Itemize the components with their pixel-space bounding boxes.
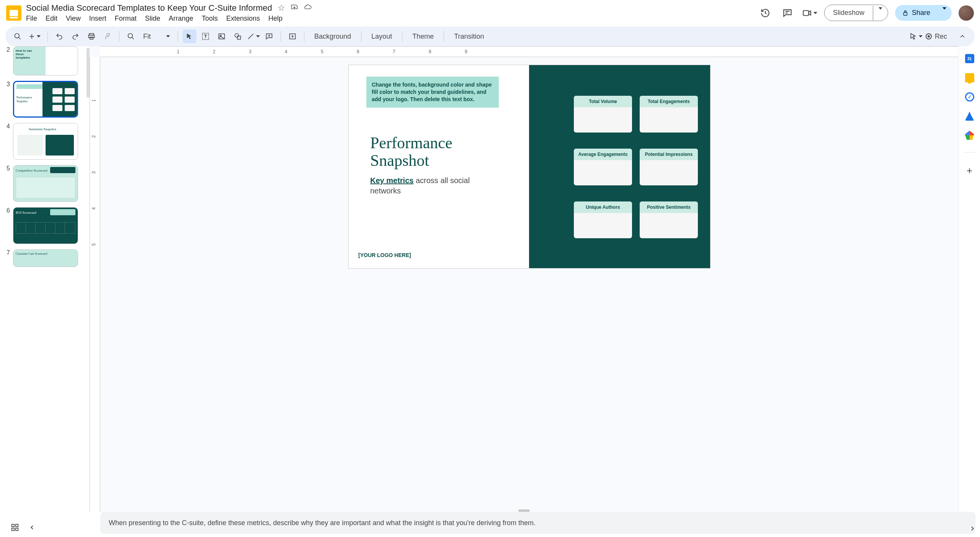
svg-point-6 bbox=[128, 34, 133, 38]
slide-canvas[interactable]: Change the fonts, background color and s… bbox=[348, 65, 710, 268]
header: Social Media Scorecard Templates to Keep… bbox=[0, 0, 980, 23]
record-label[interactable]: Rec bbox=[935, 33, 947, 41]
speaker-notes[interactable]: When presenting to the C-suite, define t… bbox=[100, 512, 975, 534]
history-icon[interactable] bbox=[758, 5, 773, 21]
new-slide-button[interactable]: + bbox=[27, 29, 43, 43]
titlebar: Social Media Scorecard Templates to Keep… bbox=[26, 3, 753, 23]
card-total-engagements[interactable]: Total Engagements bbox=[640, 96, 698, 133]
horizontal-ruler[interactable]: 1 2 3 4 5 6 7 8 9 bbox=[100, 46, 959, 57]
cloud-icon[interactable] bbox=[304, 3, 312, 13]
theme-button[interactable]: Theme bbox=[407, 33, 439, 41]
canvas: 1 2 3 4 5 6 7 8 9 1 2 3 4 5 Change the f… bbox=[90, 46, 959, 512]
star-icon[interactable]: ☆ bbox=[278, 3, 285, 13]
textbox-tool[interactable] bbox=[199, 29, 212, 43]
shape-tool[interactable] bbox=[231, 29, 245, 43]
slide-number: 2 bbox=[5, 46, 10, 53]
menu-edit[interactable]: Edit bbox=[46, 15, 57, 23]
svg-point-2 bbox=[15, 34, 20, 38]
record-icon[interactable] bbox=[926, 33, 932, 39]
slide-title[interactable]: PerformanceSnapshot bbox=[370, 134, 452, 169]
menu-format[interactable]: Format bbox=[115, 15, 137, 23]
undo-button[interactable] bbox=[52, 29, 66, 43]
comments-icon[interactable] bbox=[780, 5, 795, 21]
side-panel: + bbox=[959, 46, 980, 512]
line-tool[interactable] bbox=[247, 29, 260, 43]
chevron-down-icon bbox=[813, 12, 817, 14]
menu-tools[interactable]: Tools bbox=[202, 15, 218, 23]
menu-extensions[interactable]: Extensions bbox=[226, 15, 260, 23]
svg-rect-0 bbox=[803, 10, 808, 15]
avatar[interactable] bbox=[959, 5, 974, 21]
filmstrip[interactable]: 2 How to use these templates 3 Performan… bbox=[0, 46, 90, 512]
slideshow-button[interactable]: Slideshow bbox=[824, 5, 888, 21]
vertical-ruler[interactable]: 1 2 3 4 5 bbox=[90, 57, 100, 512]
move-icon[interactable] bbox=[291, 3, 298, 13]
svg-rect-1 bbox=[903, 12, 907, 15]
pointer-icon[interactable] bbox=[910, 29, 923, 43]
paint-format-button[interactable] bbox=[101, 29, 114, 43]
transition-button[interactable]: Transition bbox=[449, 33, 489, 41]
slide-number: 4 bbox=[5, 123, 10, 130]
menu-file[interactable]: File bbox=[26, 15, 37, 23]
addons-plus-icon[interactable]: + bbox=[967, 165, 972, 177]
notes-resize-handle[interactable] bbox=[518, 509, 530, 512]
slide-thumb-6[interactable]: ROI Scorecard bbox=[13, 207, 78, 244]
slide-number: 6 bbox=[5, 207, 10, 214]
document-title[interactable]: Social Media Scorecard Templates to Keep… bbox=[26, 3, 272, 13]
zoom-select[interactable]: Fit bbox=[140, 33, 173, 41]
slide-thumb-7[interactable]: Customer Care Scorecard bbox=[13, 249, 78, 267]
slideshow-dropdown[interactable] bbox=[873, 6, 888, 20]
collapse-toolbar-button[interactable] bbox=[956, 29, 969, 43]
slide-subtitle[interactable]: Key metrics across all social networks bbox=[370, 175, 485, 196]
menu-view[interactable]: View bbox=[66, 15, 81, 23]
scrollbar[interactable] bbox=[87, 48, 90, 98]
meet-icon[interactable] bbox=[802, 5, 817, 21]
slide-thumb-3[interactable]: Performance Snapshot bbox=[13, 81, 78, 118]
svg-rect-11 bbox=[237, 36, 240, 39]
search-icon[interactable] bbox=[11, 29, 24, 43]
bottom-controls bbox=[11, 523, 35, 532]
svg-rect-15 bbox=[12, 528, 14, 530]
calendar-icon[interactable] bbox=[965, 54, 974, 63]
menubar: File Edit View Insert Format Slide Arran… bbox=[26, 15, 753, 23]
card-positive-sentiments[interactable]: Positive Sentiments bbox=[640, 201, 698, 238]
menu-slide[interactable]: Slide bbox=[145, 15, 160, 23]
explore-icon[interactable] bbox=[969, 526, 975, 532]
logo-placeholder[interactable]: [YOUR LOGO HERE] bbox=[358, 252, 411, 258]
toggle-filmstrip-button[interactable] bbox=[286, 29, 299, 43]
slide-thumb-2[interactable]: How to use these templates bbox=[13, 46, 78, 75]
image-tool[interactable] bbox=[215, 29, 229, 43]
slide-thumb-4[interactable]: Sentiment Snapshot bbox=[13, 123, 78, 160]
svg-rect-14 bbox=[16, 524, 18, 527]
redo-button[interactable] bbox=[69, 29, 82, 43]
contacts-icon[interactable] bbox=[965, 111, 974, 121]
maps-icon[interactable] bbox=[965, 131, 974, 140]
share-button[interactable]: Share bbox=[895, 5, 952, 21]
print-button[interactable] bbox=[85, 29, 98, 43]
grid-view-icon[interactable] bbox=[11, 523, 19, 532]
card-potential-impressions[interactable]: Potential Impressions bbox=[640, 149, 698, 185]
tasks-icon[interactable] bbox=[965, 92, 974, 102]
keep-icon[interactable] bbox=[965, 73, 974, 82]
comment-button[interactable] bbox=[262, 29, 276, 43]
card-average-engagements[interactable]: Average Engagements bbox=[574, 149, 632, 185]
header-right: Slideshow Share bbox=[758, 5, 974, 21]
card-unique-authors[interactable]: Unique Authors bbox=[574, 201, 632, 238]
callout-textbox[interactable]: Change the fonts, background color and s… bbox=[366, 77, 499, 108]
card-total-volume[interactable]: Total Volume bbox=[574, 96, 632, 133]
zoom-out-button[interactable] bbox=[124, 29, 138, 43]
collapse-filmstrip-icon[interactable] bbox=[29, 524, 35, 530]
menu-help[interactable]: Help bbox=[268, 15, 283, 23]
share-dropdown[interactable] bbox=[937, 6, 952, 20]
menu-arrange[interactable]: Arrange bbox=[169, 15, 193, 23]
slide-number: 7 bbox=[5, 249, 10, 256]
slide-thumb-5[interactable]: Competitive Scorecard bbox=[13, 165, 78, 202]
menu-insert[interactable]: Insert bbox=[89, 15, 106, 23]
slide-number: 5 bbox=[5, 165, 10, 172]
slides-logo[interactable] bbox=[6, 5, 21, 21]
background-button[interactable]: Background bbox=[309, 33, 356, 41]
select-tool[interactable] bbox=[183, 29, 196, 43]
metric-cards: Total Volume Total Engagements Average E… bbox=[574, 96, 698, 238]
svg-point-10 bbox=[235, 34, 239, 38]
layout-button[interactable]: Layout bbox=[366, 33, 397, 41]
